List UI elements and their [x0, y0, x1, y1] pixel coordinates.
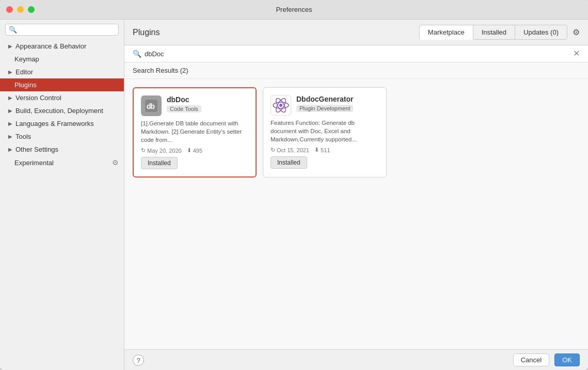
help-button[interactable]: ?	[133, 355, 144, 366]
sidebar-item-label: Experimental	[14, 159, 110, 167]
plugin-card-top: DbdocGenerator Plugin Development	[271, 95, 379, 116]
plugin-search-input[interactable]	[145, 50, 580, 58]
ok-button[interactable]: OK	[554, 353, 580, 366]
plugins-header: Plugins Marketplace Installed Updates (0…	[124, 20, 588, 45]
plugin-downloads: ⬇ 511	[314, 147, 330, 153]
arrow-icon: ▶	[8, 108, 12, 114]
cancel-button[interactable]: Cancel	[513, 353, 549, 366]
sidebar-item-experimental[interactable]: Experimental ⚙	[0, 156, 124, 169]
settings-gear-icon[interactable]: ⚙	[573, 27, 580, 37]
refresh-icon: ↻	[271, 147, 275, 153]
sidebar-item-other-settings[interactable]: ▶ Other Settings	[0, 143, 124, 156]
tab-marketplace[interactable]: Marketplace	[419, 25, 473, 40]
sidebar-item-label: Tools	[15, 133, 119, 140]
sidebar-item-label: Languages & Frameworks	[15, 120, 119, 127]
sidebar-item-label: Appearance & Behavior	[15, 42, 119, 50]
sidebar-item-label: Other Settings	[15, 146, 119, 153]
sidebar-search-box[interactable]: 🔍	[5, 24, 119, 36]
plugin-info: DbdocGenerator Plugin Development	[296, 95, 379, 112]
sidebar-item-build-execution[interactable]: ▶ Build, Execution, Deployment	[0, 104, 124, 117]
sidebar-item-label: Build, Execution, Deployment	[15, 107, 119, 115]
gear-icon[interactable]: ⚙	[112, 158, 119, 167]
dbdoc-svg-icon: db	[144, 99, 158, 113]
arrow-icon: ▶	[8, 134, 12, 139]
sidebar-item-languages-frameworks[interactable]: ▶ Languages & Frameworks	[0, 117, 124, 130]
plugin-tag: Plugin Development	[296, 105, 353, 112]
tab-bar: Marketplace Installed Updates (0)	[420, 25, 567, 40]
search-icon: 🔍	[133, 50, 141, 58]
title-bar: Preferences	[0, 0, 588, 20]
atom-svg-icon	[272, 96, 290, 114]
sidebar-search-input[interactable]	[19, 26, 115, 34]
sidebar-item-keymap[interactable]: Keymap	[0, 53, 124, 66]
plugin-date: ↻ Oct 15, 2021	[271, 147, 309, 153]
sidebar-items-list: ▶ Appearance & Behavior Keymap ▶ Editor …	[0, 40, 124, 370]
sidebar-item-label: Plugins	[14, 81, 119, 89]
install-button-dbdoc[interactable]: Installed	[141, 157, 178, 169]
arrow-icon: ▶	[8, 69, 12, 75]
plugin-description: Features Function: Generate db document …	[271, 119, 379, 143]
plugin-card-dbdocgenerator[interactable]: DbdocGenerator Plugin Development Featur…	[263, 87, 387, 178]
arrow-icon: ▶	[8, 95, 12, 101]
sidebar-item-tools[interactable]: ▶ Tools	[0, 130, 124, 143]
arrow-icon: ▶	[8, 121, 12, 126]
arrow-icon: ▶	[8, 43, 12, 49]
plugin-info: dbDoc Code Tools	[167, 95, 248, 112]
plugins-title: Plugins	[133, 28, 160, 37]
results-grid: db dbDoc Code Tools [1].Generate DB tabl…	[124, 79, 588, 349]
svg-text:db: db	[147, 102, 155, 110]
plugin-tag: Code Tools	[167, 105, 201, 112]
dbdoc-plugin-icon: db	[141, 95, 162, 116]
close-button[interactable]	[6, 6, 13, 13]
right-panel: Plugins Marketplace Installed Updates (0…	[124, 20, 588, 370]
sidebar: 🔍 ▶ Appearance & Behavior Keymap ▶ Edito…	[0, 20, 124, 370]
plugin-card-dbdoc[interactable]: db dbDoc Code Tools [1].Generate DB tabl…	[133, 87, 257, 178]
svg-point-5	[279, 104, 282, 107]
plugin-description: [1].Generate DB table document with Mark…	[141, 119, 248, 144]
plugin-date: ↻ May 20, 2020	[141, 147, 182, 154]
preferences-window: Preferences 🔍 ▶ Appearance & Behavior Ke…	[0, 0, 588, 370]
download-icon: ⬇	[187, 147, 192, 154]
tab-installed[interactable]: Installed	[473, 25, 515, 40]
sidebar-item-plugins[interactable]: Plugins	[0, 78, 124, 91]
sidebar-item-label: Version Control	[15, 94, 119, 102]
refresh-icon: ↻	[141, 147, 146, 154]
sidebar-item-label: Editor	[15, 68, 119, 76]
window-title: Preferences	[276, 6, 312, 13]
plugin-name: DbdocGenerator	[296, 95, 379, 103]
maximize-button[interactable]	[28, 6, 35, 13]
sidebar-item-editor[interactable]: ▶ Editor	[0, 66, 124, 78]
sidebar-item-version-control[interactable]: ▶ Version Control	[0, 91, 124, 104]
plugin-downloads: ⬇ 495	[187, 147, 202, 154]
minimize-button[interactable]	[17, 6, 24, 13]
plugin-card-top: db dbDoc Code Tools	[141, 95, 248, 116]
plugin-meta: ↻ Oct 15, 2021 ⬇ 511	[271, 147, 379, 153]
window-controls	[6, 6, 35, 13]
sidebar-item-appearance-behavior[interactable]: ▶ Appearance & Behavior	[0, 40, 124, 53]
plugin-meta: ↻ May 20, 2020 ⬇ 495	[141, 147, 248, 154]
search-icon: 🔍	[9, 26, 17, 34]
plugin-name: dbDoc	[167, 95, 248, 104]
plugin-search-area: 🔍 ✕	[124, 45, 588, 62]
dbdocgenerator-plugin-icon	[271, 95, 291, 116]
download-icon: ⬇	[314, 147, 319, 153]
main-content: 🔍 ▶ Appearance & Behavior Keymap ▶ Edito…	[0, 20, 588, 370]
arrow-icon: ▶	[8, 147, 12, 152]
clear-search-button[interactable]: ✕	[573, 50, 580, 58]
sidebar-item-label: Keymap	[14, 55, 119, 63]
install-button-dbdocgenerator[interactable]: Installed	[271, 156, 307, 169]
results-header: Search Results (2)	[124, 62, 588, 79]
tab-updates[interactable]: Updates (0)	[515, 25, 567, 40]
bottom-bar: ? Cancel OK	[124, 349, 588, 370]
